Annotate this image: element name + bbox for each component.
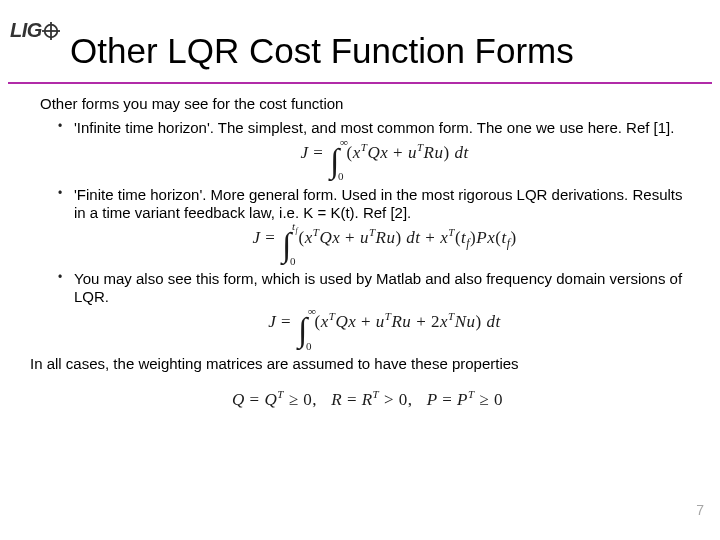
bullet-text: 'Finite time horizon'. More general form… (74, 186, 682, 221)
properties-equation: Q = QT ≥ 0, R = RT > 0, P = PT ≥ 0 (40, 388, 695, 410)
crosshair-icon (42, 22, 60, 40)
ligo-logo: LIG (10, 20, 60, 40)
equation-2: J = tf∫0 (xTQx + uTRu) dt + xT(tf)Px(tf) (74, 226, 695, 263)
equation-1: J = ∞∫0 (xTQx + uTRu) dt (74, 141, 695, 178)
bullet-text: You may also see this form, which is use… (74, 270, 682, 305)
bullet-text: 'Infinite time horizon'. The simplest, a… (74, 119, 674, 136)
logo-text: LIG (10, 19, 42, 41)
bullet-list: 'Infinite time horizon'. The simplest, a… (74, 119, 695, 347)
list-item: 'Finite time horizon'. More general form… (74, 186, 695, 263)
closing-text: In all cases, the weighting matrices are… (30, 355, 695, 373)
lead-text: Other forms you may see for the cost fun… (40, 95, 695, 113)
page-number: 7 (696, 502, 704, 518)
page-title: Other LQR Cost Function Forms (70, 32, 710, 71)
content-area: Other forms you may see for the cost fun… (40, 95, 695, 418)
list-item: You may also see this form, which is use… (74, 270, 695, 347)
equation-3: J = ∞∫0 (xTQx + uTRu + 2xTNu) dt (74, 310, 695, 347)
list-item: 'Infinite time horizon'. The simplest, a… (74, 119, 695, 178)
title-underline (8, 82, 712, 84)
